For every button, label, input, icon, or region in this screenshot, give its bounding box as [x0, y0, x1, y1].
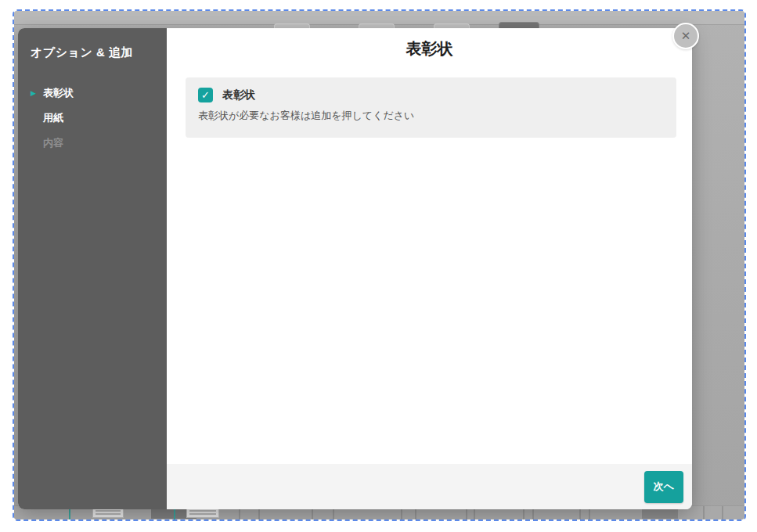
certificate-option-card: ✓ 表彰状 表彰状が必要なお客様は追加を押してください	[186, 77, 676, 138]
certificate-checkbox[interactable]: ✓	[198, 88, 213, 102]
next-button[interactable]: 次へ	[644, 471, 683, 503]
sidebar-item-label: 用紙	[43, 111, 63, 125]
modal-title: 表彰状	[167, 38, 692, 59]
sidebar-list: ▶ 表彰状 ▶ 用紙 ▶ 内容	[31, 81, 159, 156]
options-modal: オプション & 追加 ▶ 表彰状 ▶ 用紙 ▶ 内容 表彰状	[18, 28, 692, 509]
close-icon: ✕	[681, 29, 691, 43]
options-sidebar: オプション & 追加 ▶ 表彰状 ▶ 用紙 ▶ 内容	[18, 28, 167, 509]
modal-footer: 次へ	[167, 464, 692, 509]
sidebar-item-certificate[interactable]: ▶ 表彰状	[31, 81, 159, 106]
sidebar-item-label: 内容	[43, 136, 63, 150]
close-button[interactable]: ✕	[672, 23, 699, 49]
modal-content: 表彰状 ✓ 表彰状 表彰状が必要なお客様は追加を押してください 次へ	[167, 28, 692, 509]
certificate-option-label: 表彰状	[222, 88, 255, 102]
certificate-option-row: ✓ 表彰状	[198, 88, 664, 102]
sidebar-item-paper[interactable]: ▶ 用紙	[31, 106, 159, 131]
sidebar-item-label: 表彰状	[43, 86, 74, 100]
sidebar-title: オプション & 追加	[31, 45, 159, 60]
active-arrow-icon: ▶	[31, 90, 43, 97]
check-icon: ✓	[201, 89, 210, 101]
certificate-option-description: 表彰状が必要なお客様は追加を押してください	[198, 109, 664, 123]
sidebar-item-content: ▶ 内容	[31, 131, 159, 156]
screenshot-selection-frame: オプション & 追加 ▶ 表彰状 ▶ 用紙 ▶ 内容 表彰状	[13, 9, 746, 521]
